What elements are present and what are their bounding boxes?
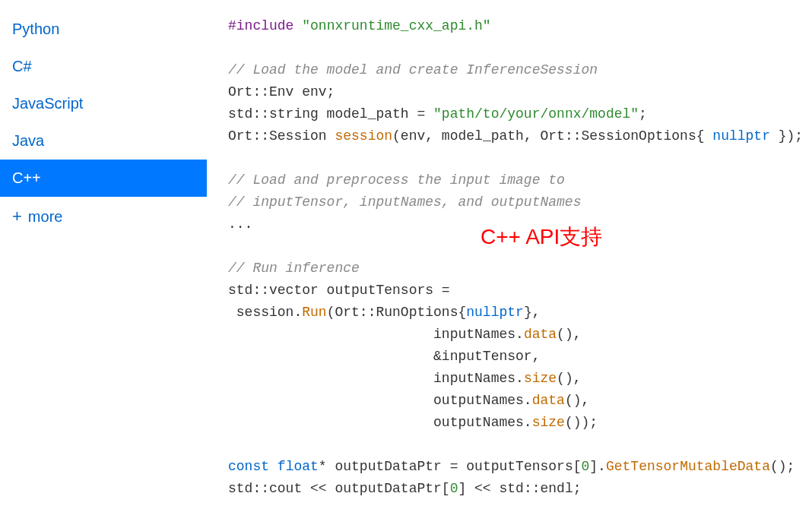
function-call: size <box>524 371 557 386</box>
function-call: Run <box>302 305 326 320</box>
function-call: session <box>335 128 392 144</box>
code-text: Ort::Session <box>228 128 335 144</box>
annotation-label: C++ API支持 <box>481 226 602 248</box>
code-ellipsis: ... <box>228 217 252 232</box>
preproc-directive: #include <box>228 18 293 33</box>
function-call: GetTensorMutableData <box>606 459 770 474</box>
sidebar-more-label: more <box>28 208 63 226</box>
code-text: ; <box>639 106 647 122</box>
plus-icon: + <box>12 207 22 226</box>
code-text: inputNames. <box>228 371 524 386</box>
code-text: * outputDataPtr = outputTensors[ <box>319 459 582 474</box>
code-text: }); <box>770 128 803 144</box>
keyword: nullptr <box>466 305 524 320</box>
code-text: outputNames. <box>228 415 532 430</box>
code-text: (), <box>557 371 581 386</box>
code-comment: // inputTensor, inputNames, and outputNa… <box>228 194 581 210</box>
code-line: &inputTensor, <box>228 349 540 364</box>
function-call: data <box>524 327 557 342</box>
code-text: (Ort::RunOptions{ <box>327 305 467 320</box>
sidebar-item-java[interactable]: Java <box>0 122 207 160</box>
code-comment: // Load the model and create InferenceSe… <box>228 62 598 77</box>
number-literal: 0 <box>582 459 590 474</box>
keyword: const <box>228 459 269 474</box>
code-text: (), <box>557 327 581 342</box>
string-literal: "path/to/your/onnx/model" <box>433 106 639 122</box>
sidebar-item-csharp[interactable]: C# <box>0 48 207 85</box>
code-block: #include "onnxruntime_cxx_api.h" // Load… <box>207 0 812 509</box>
code-text: ] << std::endl; <box>458 481 581 496</box>
function-call: data <box>532 393 565 408</box>
keyword: nullptr <box>712 128 770 144</box>
sidebar-item-javascript[interactable]: JavaScript <box>0 85 207 122</box>
language-sidebar: Python C# JavaScript Java C++ + more <box>0 0 207 509</box>
keyword: float <box>278 459 319 474</box>
code-line: std::vector outputTensors = <box>228 283 450 298</box>
include-path: "onnxruntime_cxx_api.h" <box>302 18 490 33</box>
sidebar-item-cpp[interactable]: C++ <box>0 160 207 197</box>
code-text: ]. <box>589 459 606 474</box>
code-text: ()); <box>565 415 598 430</box>
code-text: outputNames. <box>228 393 532 408</box>
code-text: (env, model_path, Ort::SessionOptions{ <box>392 128 712 144</box>
code-text: std::cout << outputDataPtr[ <box>228 481 450 496</box>
code-comment: // Load and preprocess the input image t… <box>228 172 565 188</box>
code-text: session. <box>228 305 302 320</box>
number-literal: 0 <box>450 481 458 496</box>
sidebar-item-python[interactable]: Python <box>0 11 207 48</box>
code-text: inputNames. <box>228 327 524 342</box>
code-text: (); <box>770 459 795 474</box>
code-text: }, <box>524 305 541 320</box>
code-text: (), <box>565 393 589 408</box>
code-line: Ort::Env env; <box>228 84 335 100</box>
code-comment: // Run inference <box>228 261 360 276</box>
function-call: size <box>532 415 565 430</box>
code-text: std::string model_path = <box>228 106 433 122</box>
sidebar-more[interactable]: + more <box>0 197 207 236</box>
